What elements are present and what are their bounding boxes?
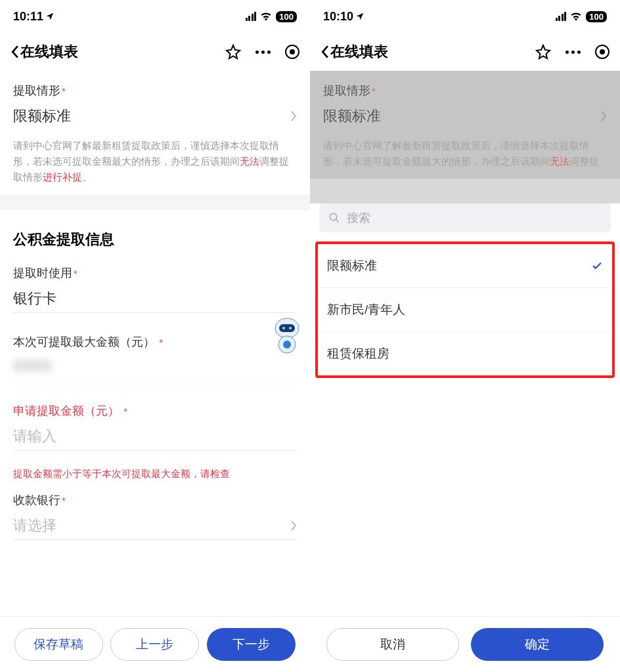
nav-bar: 在线填表	[310, 33, 620, 71]
chevron-right-icon	[290, 520, 297, 532]
next-button[interactable]: 下一步	[207, 628, 296, 661]
scenario-label: 提取情形*	[13, 83, 297, 98]
signal-icon	[246, 12, 257, 21]
wifi-icon	[260, 12, 272, 21]
scenario-select[interactable]: 限额标准	[13, 106, 297, 130]
method-value-row: 银行卡	[13, 289, 297, 313]
scenario-value: 限额标准	[13, 106, 290, 126]
location-arrow-icon	[45, 12, 55, 21]
bottom-bar: 保存草稿 上一步 下一步	[0, 616, 310, 672]
scenario-select[interactable]: 限额标准	[323, 106, 607, 130]
bank-label: 收款银行*	[13, 492, 297, 508]
picker-search-placeholder: 搜索	[347, 210, 370, 226]
target-icon[interactable]	[595, 45, 609, 59]
bank-select[interactable]: 请选择	[13, 516, 297, 540]
max-amount-value: XXXX	[13, 358, 297, 382]
check-icon	[591, 260, 603, 272]
svg-point-3	[289, 327, 292, 329]
picker-list: 限额标准 新市民/青年人 租赁保租房	[315, 242, 615, 378]
bank-placeholder: 请选择	[13, 516, 290, 536]
confirm-button[interactable]: 确定	[471, 628, 604, 661]
chevron-right-icon	[290, 110, 297, 122]
apply-amount-error: 提取金额需小于等于本次可提取最大金额，请检查	[0, 459, 310, 487]
apply-amount-label: 申请提取金额（元） *	[13, 403, 297, 419]
prev-button[interactable]: 上一步	[110, 628, 199, 661]
scenario-hint: 请到中心官网了解最新租赁提取政策后，谨慎选择本次提取情形，若未选可提取金额最大的…	[310, 138, 620, 178]
scenario-label: 提取情形*	[323, 83, 607, 98]
picker-option-0[interactable]: 限额标准	[318, 244, 612, 288]
apply-amount-input[interactable]: 请输入	[13, 427, 297, 451]
page-title: 在线填表	[330, 42, 388, 62]
battery-badge: 100	[276, 11, 297, 22]
scenario-hint: 请到中心官网了解最新租赁提取政策后，谨慎选择本次提取情形，若未选可提取金额最大的…	[0, 138, 310, 194]
status-bar: 10:10 100	[310, 0, 620, 33]
picker-option-2[interactable]: 租赁保租房	[318, 332, 612, 375]
search-icon	[328, 212, 340, 224]
cancel-button[interactable]: 取消	[326, 628, 459, 661]
more-icon[interactable]	[565, 51, 581, 54]
location-arrow-icon	[355, 12, 365, 21]
assistant-bot-icon[interactable]	[271, 316, 303, 354]
svg-rect-1	[279, 324, 295, 332]
svg-point-6	[330, 213, 337, 220]
save-draft-button[interactable]: 保存草稿	[14, 628, 103, 661]
signal-icon	[556, 12, 567, 21]
wifi-icon	[570, 12, 582, 21]
picker-sheet: 搜索 限额标准 新市民/青年人 租赁保租房	[310, 203, 620, 672]
page-title: 在线填表	[20, 42, 78, 62]
target-icon[interactable]	[285, 45, 299, 59]
nav-bar: 在线填表	[0, 33, 310, 71]
max-amount-label: 本次可提取最大金额（元） *	[13, 334, 297, 350]
more-icon[interactable]	[255, 51, 271, 54]
star-icon[interactable]	[225, 44, 241, 60]
bottom-bar: 取消 确定	[310, 616, 620, 672]
section-title: 公积金提取信息	[0, 210, 310, 261]
status-time: 10:11	[13, 10, 43, 24]
apply-amount-placeholder: 请输入	[13, 427, 297, 446]
back-icon[interactable]	[11, 45, 19, 59]
svg-point-2	[282, 327, 285, 329]
battery-badge: 100	[586, 11, 607, 22]
picker-option-1[interactable]: 新市民/青年人	[318, 288, 612, 332]
method-label: 提取时使用*	[13, 265, 297, 281]
status-time: 10:10	[323, 10, 353, 24]
back-icon[interactable]	[321, 45, 329, 59]
svg-point-5	[283, 341, 291, 348]
chevron-right-icon	[600, 110, 607, 122]
method-value: 银行卡	[13, 289, 297, 308]
status-bar: 10:11 100	[0, 0, 310, 33]
star-icon[interactable]	[535, 44, 551, 60]
scenario-value: 限额标准	[323, 106, 600, 126]
picker-search[interactable]: 搜索	[319, 203, 611, 232]
